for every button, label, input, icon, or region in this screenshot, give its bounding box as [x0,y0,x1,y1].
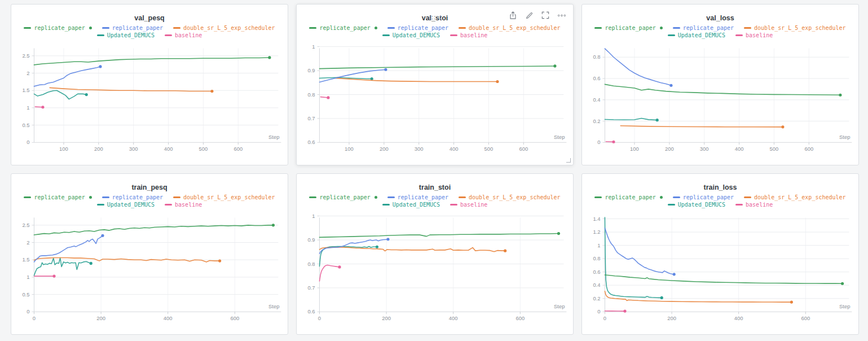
svg-text:400: 400 [734,315,743,321]
svg-text:400: 400 [450,146,459,152]
svg-text:400: 400 [164,146,173,152]
svg-text:0: 0 [318,315,321,321]
chart-plot-area[interactable]: 00.20.40.60.8100200300400500600Step [582,5,858,165]
svg-text:400: 400 [735,146,744,152]
chart-plot-area[interactable]: 00.20.40.60.811.21.40200400600Step [582,174,858,334]
svg-text:1: 1 [597,242,600,248]
svg-text:200: 200 [667,315,676,321]
chart-plot-area[interactable]: 0.60.70.80.910200400600Step [297,174,573,334]
chart-plot-area[interactable]: 0.60.70.80.91100200300400500600Step [297,5,573,165]
svg-text:600: 600 [801,315,810,321]
svg-text:0.8: 0.8 [593,54,600,60]
svg-text:100: 100 [59,146,68,152]
svg-text:400: 400 [449,315,458,321]
svg-text:1: 1 [312,213,315,219]
svg-text:300: 300 [129,146,138,152]
svg-text:1.5: 1.5 [22,87,29,93]
svg-text:2.5: 2.5 [22,222,29,228]
svg-text:200: 200 [382,315,391,321]
svg-text:Step: Step [839,303,850,309]
drag-handle-icon[interactable] [429,12,441,23]
svg-text:0.7: 0.7 [307,285,315,291]
svg-text:100: 100 [345,146,354,152]
svg-text:0.9: 0.9 [307,237,315,243]
svg-text:0: 0 [27,308,29,314]
svg-text:2: 2 [27,70,29,76]
svg-text:500: 500 [770,146,779,152]
chart-plot-area[interactable]: 00.511.522.5100200300400500600Step [11,5,288,165]
export-icon[interactable] [508,11,517,20]
svg-text:Step: Step [839,134,850,140]
svg-text:1: 1 [27,274,29,280]
svg-text:0.5: 0.5 [22,291,29,298]
svg-text:0.8: 0.8 [307,261,315,267]
svg-text:0.2: 0.2 [593,118,600,124]
svg-text:1: 1 [312,43,315,50]
svg-text:600: 600 [515,315,525,321]
svg-text:0.4: 0.4 [593,97,600,103]
fullscreen-icon[interactable] [541,11,550,20]
more-options-icon[interactable] [557,11,566,20]
svg-text:2.5: 2.5 [22,53,29,59]
svg-text:1.5: 1.5 [22,256,29,263]
svg-text:300: 300 [700,146,709,152]
svg-text:0: 0 [597,139,600,145]
svg-text:0.6: 0.6 [593,269,600,275]
svg-text:1: 1 [27,104,29,111]
svg-text:Step: Step [554,303,565,309]
edit-icon[interactable] [525,11,534,20]
svg-text:100: 100 [630,146,639,152]
svg-text:600: 600 [804,146,813,152]
svg-text:200: 200 [665,146,674,152]
svg-text:0: 0 [33,315,36,321]
svg-text:0.7: 0.7 [307,115,315,121]
chart-plot-area[interactable]: 00.511.522.50200400600Step [11,174,288,334]
charts-dashboard: val_pesq replicate_paperreplicate_paperd… [0,0,868,341]
svg-text:0: 0 [27,139,29,145]
svg-text:1.4: 1.4 [593,216,600,222]
svg-text:0.6: 0.6 [307,139,315,145]
svg-text:600: 600 [230,315,239,321]
svg-text:500: 500 [484,146,494,152]
svg-text:600: 600 [519,146,528,152]
svg-text:0: 0 [603,315,606,321]
svg-text:600: 600 [233,146,243,152]
svg-text:2: 2 [27,239,29,246]
chart-panel-train_pesq[interactable]: train_pesq replicate_paperreplicate_pape… [11,173,288,335]
svg-text:Step: Step [268,303,279,309]
chart-panel-train_stoi[interactable]: train_stoi replicate_paperreplicate_pape… [296,173,574,335]
svg-text:Step: Step [268,134,279,140]
svg-text:0.6: 0.6 [593,75,600,81]
panel-controls [297,5,573,24]
control-buttons [508,11,566,20]
svg-text:300: 300 [415,146,424,152]
svg-text:400: 400 [164,315,173,321]
svg-text:0.8: 0.8 [593,255,600,261]
svg-text:500: 500 [199,146,208,152]
svg-text:0.9: 0.9 [307,67,315,73]
svg-text:200: 200 [96,315,105,321]
chart-panel-val_pesq[interactable]: val_pesq replicate_paperreplicate_paperd… [11,4,288,165]
chart-panel-val_loss[interactable]: val_loss replicate_paperreplicate_paperd… [581,4,859,165]
svg-text:200: 200 [94,146,103,152]
svg-text:0.2: 0.2 [593,295,600,301]
svg-text:0: 0 [597,308,600,314]
resize-handle-icon[interactable] [566,158,571,163]
svg-text:0.4: 0.4 [593,282,600,288]
svg-text:Step: Step [554,134,565,140]
svg-text:1.2: 1.2 [593,229,600,235]
svg-text:0.6: 0.6 [307,308,315,314]
svg-text:200: 200 [380,146,389,152]
chart-panel-val_stoi[interactable]: val_stoi replicate_paperreplicate_paperd… [296,4,574,165]
chart-panel-train_loss[interactable]: train_loss replicate_paperreplicate_pape… [581,173,859,335]
svg-text:0.5: 0.5 [22,122,29,128]
svg-text:0.8: 0.8 [307,91,315,98]
